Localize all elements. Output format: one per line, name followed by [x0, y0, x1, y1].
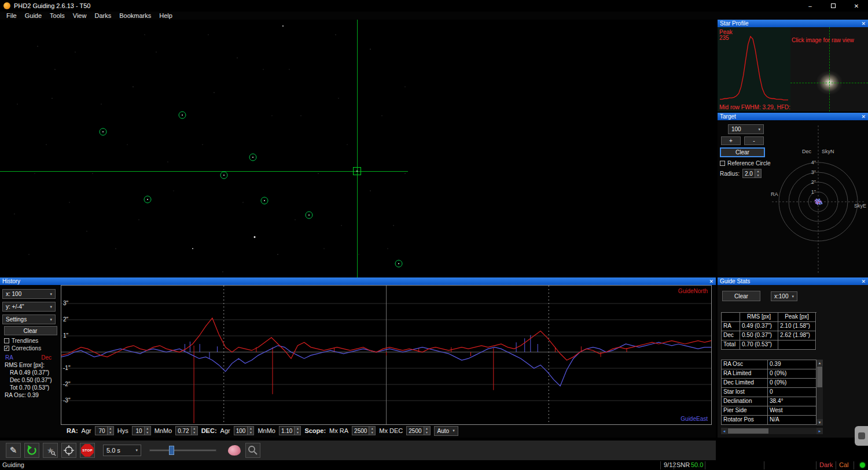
ra-hys-spinner[interactable]: 10▲▼	[132, 426, 151, 435]
close-icon[interactable]: ✕	[709, 279, 713, 284]
dec-guide-mode-dropdown[interactable]: Auto▾	[434, 426, 458, 436]
spin-down-icon[interactable]: ▼	[145, 431, 150, 435]
star-profile-titlebar[interactable]: Star Profile ✕	[718, 20, 868, 27]
menu-item-darks[interactable]: Darks	[90, 12, 115, 19]
stats-vertical-scrollbar[interactable]: ▲ ▼	[816, 360, 823, 425]
stats-horizontal-scrollbar[interactable]: ◄ ►	[721, 428, 823, 434]
advanced-settings-button[interactable]	[227, 443, 242, 458]
menu-item-bookmarks[interactable]: Bookmarks	[115, 12, 155, 19]
spin-up-icon[interactable]: ▲	[192, 427, 197, 431]
stats-clear-button[interactable]: Clear	[722, 291, 760, 301]
stop-button[interactable]: STOP	[80, 443, 95, 458]
starfield[interactable]	[0, 20, 716, 277]
spin-buttons[interactable]: ▲▼	[144, 427, 150, 435]
maximize-button[interactable]	[822, 0, 845, 12]
spin-up-icon[interactable]: ▲	[369, 427, 375, 431]
scroll-up-icon[interactable]: ▲	[816, 360, 823, 366]
spin-buttons[interactable]: ▲▼	[247, 427, 253, 435]
history-y-scale-dropdown[interactable]: y: +/-4" ▾	[2, 302, 56, 312]
reference-circle-checkbox[interactable]: Reference Circle	[720, 160, 770, 166]
star	[38, 46, 38, 47]
spin-value: 0.72	[176, 427, 190, 435]
spin-down-icon[interactable]: ▼	[192, 431, 197, 435]
guide-button[interactable]	[61, 443, 76, 458]
spin-up-icon[interactable]: ▲	[295, 427, 300, 431]
spin-up-icon[interactable]: ▲	[755, 169, 761, 173]
target-plot: 4"3"2"1"	[770, 120, 868, 277]
close-icon[interactable]: ✕	[861, 279, 866, 284]
target-zoom-dropdown[interactable]: 100 ▾	[728, 124, 764, 134]
auto-select-star-button[interactable]: ★	[43, 443, 58, 458]
spin-down-icon[interactable]: ▼	[108, 431, 113, 435]
spin-down-icon[interactable]: ▼	[295, 431, 300, 435]
stats-value-cell: 38.4°	[768, 397, 816, 406]
menu-item-tools[interactable]: Tools	[46, 12, 69, 19]
spin-up-icon[interactable]: ▲	[424, 427, 430, 431]
chevron-down-icon: ▾	[50, 292, 52, 297]
spin-up-icon[interactable]: ▲	[145, 427, 150, 431]
scrollbar-thumb[interactable]	[728, 428, 768, 434]
mx-ra-spinner[interactable]: 2500▲▼	[352, 426, 376, 435]
radius-label: Radius:	[720, 171, 740, 177]
zoom-in-button[interactable]: +	[721, 136, 741, 145]
connect-equipment-button[interactable]: ✎	[6, 443, 21, 458]
radius-spinner[interactable]: 2.0 ▲▼	[742, 169, 762, 178]
trendlines-checkbox[interactable]: Trendlines	[4, 338, 58, 344]
guide-params-row: RA:Agr70▲▼Hys10▲▼MnMo0.72▲▼DEC:Agr100▲▼M…	[62, 424, 458, 438]
target-clear-button[interactable]: Clear	[720, 147, 765, 157]
dec-mnmo-spinner[interactable]: 1.10▲▼	[279, 426, 301, 435]
slider-handle[interactable]	[169, 446, 174, 455]
close-icon[interactable]: ✕	[861, 114, 866, 120]
magnifier-icon	[51, 451, 56, 456]
floating-panel-handle[interactable]	[855, 426, 868, 446]
spin-up-icon[interactable]: ▲	[108, 427, 113, 431]
stats-cell: 2.10 (1.58")	[778, 322, 816, 331]
ra-mnmo-label: MnMo	[155, 427, 172, 434]
radius-control: Radius: 2.0 ▲▼	[720, 169, 762, 178]
scrollbar-thumb[interactable]	[817, 367, 822, 387]
star-closeup-image[interactable]: Click image for raw view	[790, 27, 868, 112]
history-titlebar[interactable]: History ✕	[0, 277, 716, 285]
star-profile-graph: Peak 235 Mid row FWHM: 3.29, HFD: 4	[718, 27, 790, 112]
scroll-down-icon[interactable]: ▼	[816, 419, 823, 425]
history-settings-dropdown[interactable]: Settings ▾	[2, 314, 56, 324]
scroll-left-icon[interactable]: ◄	[721, 428, 727, 434]
mx-dec-spinner[interactable]: 2500▲▼	[406, 426, 430, 435]
gamma-slider[interactable]	[149, 443, 216, 458]
spin-buttons[interactable]: ▲▼	[191, 427, 197, 435]
camera-settings-button[interactable]	[245, 443, 260, 458]
stats-value-cell: 0 (0%)	[768, 369, 816, 379]
guide-stats-titlebar[interactable]: Guide Stats ✕	[718, 277, 868, 285]
menu-item-view[interactable]: View	[69, 12, 91, 19]
zoom-out-button[interactable]: -	[744, 136, 764, 145]
chevron-down-icon: ▾	[792, 294, 794, 299]
minimize-button[interactable]: –	[799, 0, 822, 12]
spin-down-icon[interactable]: ▼	[369, 431, 375, 435]
spin-buttons[interactable]: ▲▼	[755, 169, 761, 177]
spin-buttons[interactable]: ▲▼	[369, 427, 375, 435]
exposure-dropdown[interactable]: 5.0 s ▾	[103, 445, 141, 456]
history-clear-button[interactable]: Clear	[4, 326, 57, 335]
ra-mnmo-spinner[interactable]: 0.72▲▼	[175, 426, 197, 435]
scroll-right-icon[interactable]: ►	[816, 428, 823, 434]
guide-east-label: GuideEast	[681, 416, 708, 422]
close-button[interactable]: ✕	[845, 0, 868, 12]
close-icon[interactable]: ✕	[861, 21, 866, 27]
spin-buttons[interactable]: ▲▼	[107, 427, 113, 435]
spin-up-icon[interactable]: ▲	[248, 427, 253, 431]
spin-buttons[interactable]: ▲▼	[294, 427, 300, 435]
menu-item-file[interactable]: File	[2, 12, 21, 19]
spin-down-icon[interactable]: ▼	[755, 173, 761, 177]
spin-down-icon[interactable]: ▼	[424, 431, 430, 435]
history-x-scale-dropdown[interactable]: x: 100 ▾	[2, 289, 56, 299]
spin-down-icon[interactable]: ▼	[248, 431, 253, 435]
ra-agr-spinner[interactable]: 70▲▼	[95, 426, 114, 435]
loop-exposures-button[interactable]	[24, 443, 39, 458]
spin-buttons[interactable]: ▲▼	[424, 427, 430, 435]
dec-agr-spinner[interactable]: 100▲▼	[234, 426, 255, 435]
menu-item-help[interactable]: Help	[155, 12, 176, 19]
corrections-checkbox[interactable]: ✓ Corrections	[4, 345, 58, 351]
status-bar: Guiding 9/12 SNR 50.0 Dark Cal	[0, 461, 868, 470]
stats-scale-dropdown[interactable]: x:100 ▾	[771, 291, 797, 301]
menu-item-guide[interactable]: Guide	[21, 12, 46, 19]
